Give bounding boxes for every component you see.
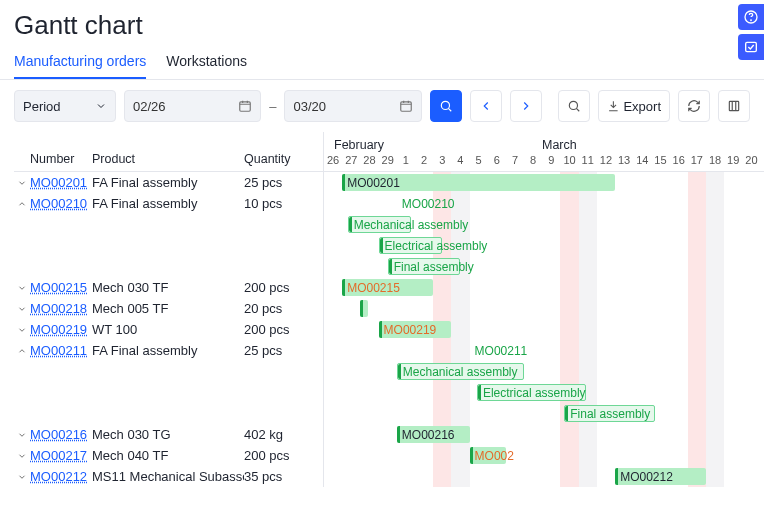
quantity-value: 20 pcs: [244, 301, 304, 316]
chevron-down-icon[interactable]: [14, 472, 30, 482]
chevron-down-icon[interactable]: [14, 283, 30, 293]
order-link[interactable]: MO00219: [30, 322, 92, 337]
date-to-input[interactable]: 03/20: [284, 90, 421, 122]
order-link[interactable]: MO00216: [30, 427, 92, 442]
order-link[interactable]: MO00212: [30, 469, 92, 484]
svg-point-6: [569, 101, 577, 109]
gantt-bar[interactable]: MO002: [470, 447, 506, 464]
col-quantity[interactable]: Quantity: [244, 152, 309, 171]
product-name: WT 100: [92, 322, 244, 337]
bar-label: Electrical assembly: [385, 239, 488, 253]
col-number[interactable]: Number: [14, 152, 92, 171]
gantt-row: Mechanical assembly: [324, 214, 764, 235]
chevron-down-icon[interactable]: [14, 325, 30, 335]
columns-button[interactable]: [718, 90, 750, 122]
gantt-bar[interactable]: MO00219: [379, 321, 452, 338]
day-cell: 20: [742, 152, 760, 171]
chevron-up-icon[interactable]: [14, 346, 30, 356]
day-cell: 11: [579, 152, 597, 171]
gantt-bar[interactable]: Mechanical assembly: [397, 363, 524, 380]
day-cell: 27: [342, 152, 360, 171]
gantt-bar[interactable]: MO00211: [470, 342, 634, 359]
day-cell: 8: [524, 152, 542, 171]
gantt-bar[interactable]: Electrical assembly: [477, 384, 586, 401]
date-from-input[interactable]: 02/26: [124, 90, 261, 122]
day-cell: 4: [451, 152, 469, 171]
gantt-row: Mechanical assembly: [324, 361, 764, 382]
gantt-row: Final assembly: [324, 256, 764, 277]
product-name: FA Final assembly: [92, 175, 244, 190]
bar-label: Final assembly: [570, 407, 650, 421]
quantity-value: 200 pcs: [244, 322, 304, 337]
bar-label: MO00201: [347, 176, 400, 190]
day-cell: 17: [688, 152, 706, 171]
product-name: FA Final assembly: [92, 196, 244, 211]
next-button[interactable]: [510, 90, 542, 122]
gantt-bar[interactable]: MO00201: [342, 174, 615, 191]
bar-label: MO002: [475, 449, 514, 463]
bar-label: Final assembly: [394, 260, 474, 274]
gantt-bar[interactable]: Final assembly: [388, 258, 461, 275]
product-name: Mech 040 TF: [92, 448, 244, 463]
gantt-row: Final assembly: [324, 403, 764, 424]
search-button[interactable]: [430, 90, 462, 122]
svg-rect-2: [746, 42, 757, 51]
gantt-bar[interactable]: Mechanical assembly: [348, 216, 412, 233]
product-name: MS11 Mechanical Subassemb: [92, 469, 244, 484]
tab-manufacturing-orders[interactable]: Manufacturing orders: [14, 47, 146, 79]
chevron-down-icon[interactable]: [14, 304, 30, 314]
table-row: MO00215Mech 030 TF200 pcs: [14, 277, 323, 298]
svg-point-5: [441, 101, 449, 109]
table-row: [14, 361, 323, 382]
order-link[interactable]: MO00218: [30, 301, 92, 316]
day-cell: 28: [360, 152, 378, 171]
day-cell: 1: [397, 152, 415, 171]
product-name: Mech 030 TF: [92, 280, 244, 295]
order-link[interactable]: MO00201: [30, 175, 92, 190]
gantt-bar[interactable]: MO00212: [615, 468, 706, 485]
quantity-value: 402 kg: [244, 427, 304, 442]
page-title: Gantt chart: [14, 10, 750, 41]
day-cell: 15: [651, 152, 669, 171]
bar-label: Electrical assembly: [483, 386, 586, 400]
filter-search-button[interactable]: [558, 90, 590, 122]
bar-label: MO00212: [620, 470, 673, 484]
refresh-button[interactable]: [678, 90, 710, 122]
gantt-row: MO00219: [324, 319, 764, 340]
col-product[interactable]: Product: [92, 152, 244, 171]
tab-workstations[interactable]: Workstations: [166, 47, 247, 79]
gantt-bar[interactable]: MO00210: [397, 195, 470, 212]
order-link[interactable]: MO00215: [30, 280, 92, 295]
help-button[interactable]: [738, 4, 764, 30]
order-link[interactable]: MO00210: [30, 196, 92, 211]
feedback-button[interactable]: [738, 34, 764, 60]
gantt-bar[interactable]: Electrical assembly: [379, 237, 443, 254]
prev-button[interactable]: [470, 90, 502, 122]
table-row: MO00216Mech 030 TG402 kg: [14, 424, 323, 445]
table-row: [14, 256, 323, 277]
gantt-bar[interactable]: Final assembly: [564, 405, 655, 422]
chevron-up-icon[interactable]: [14, 199, 30, 209]
chevron-down-icon[interactable]: [14, 451, 30, 461]
svg-rect-3: [240, 102, 251, 111]
gantt-row: MO00212: [324, 466, 764, 487]
product-name: FA Final assembly: [92, 343, 244, 358]
gantt-bar[interactable]: [360, 300, 367, 317]
table-row: MO00211FA Final assembly25 pcs: [14, 340, 323, 361]
quantity-value: 25 pcs: [244, 343, 304, 358]
table-row: MO00210FA Final assembly10 pcs: [14, 193, 323, 214]
gantt-bar[interactable]: MO00215: [342, 279, 433, 296]
chevron-down-icon[interactable]: [14, 430, 30, 440]
day-cell: 26: [324, 152, 342, 171]
chevron-down-icon[interactable]: [14, 178, 30, 188]
gantt-row: MO00201: [324, 172, 764, 193]
export-button[interactable]: Export: [598, 90, 670, 122]
day-cell: 12: [597, 152, 615, 171]
period-select[interactable]: Period: [14, 90, 116, 122]
gantt-bar[interactable]: MO00216: [397, 426, 470, 443]
day-cell: 19: [724, 152, 742, 171]
order-link[interactable]: MO00217: [30, 448, 92, 463]
quantity-value: 10 pcs: [244, 196, 304, 211]
calendar-icon: [399, 99, 413, 113]
order-link[interactable]: MO00211: [30, 343, 92, 358]
